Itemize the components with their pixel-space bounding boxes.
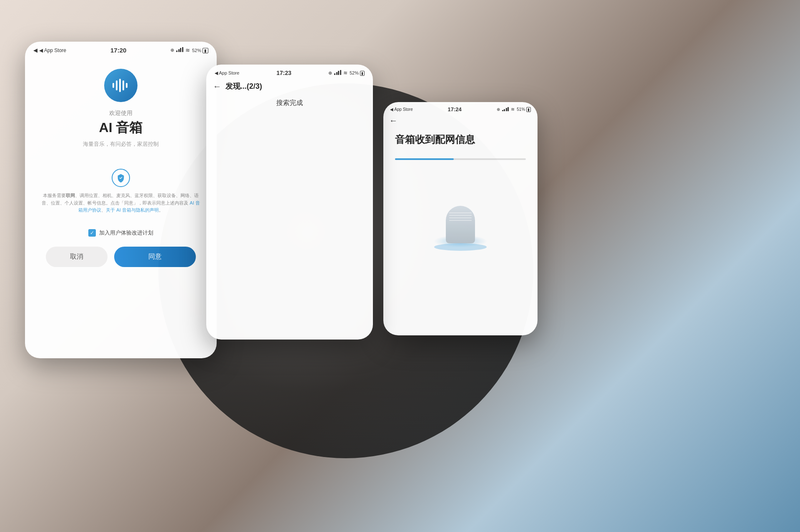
speaker-body-3 (446, 206, 475, 243)
svg-rect-1 (116, 80, 118, 90)
time-1: 17:20 (110, 47, 126, 54)
time-2: 17:23 (276, 70, 291, 76)
status-left-1: ◀ ◀ App Store (33, 47, 66, 53)
status-icons-1: ⊕ ≋ 52% ▮ (170, 47, 208, 53)
config-title: 音箱收到配网信息 (395, 133, 526, 146)
checkbox-label: 加入用户体验改进计划 (99, 229, 153, 237)
button-row: 取消 同意 (38, 247, 204, 267)
cancel-button[interactable]: 取消 (46, 247, 108, 267)
privacy-link[interactable]: 关于 AI 音箱与隐私的声明 (106, 207, 159, 212)
status-bar-1: ◀ ◀ App Store 17:20 ⊕ ≋ 52% ▮ (25, 42, 217, 56)
nav-bar-2: ← 发现...(2/3) (206, 79, 373, 95)
shield-icon (112, 169, 130, 187)
status-icons-2: ⊕ ≋ 52% ▮ (328, 70, 365, 76)
phone-screen-2: ◀ App Store 17:23 ⊕ ≋ 52% ▮ ← 发现...(2/3)… (206, 65, 373, 340)
phone-screen-3: ◀ App Store 17:24 ⊕ ≋ 51% ▮ ← 音箱收到配网信息 (383, 102, 538, 335)
status-bar-3: ◀ App Store 17:24 ⊕ ≋ 51% ▮ (383, 102, 538, 114)
speaker-illustration-3 (395, 177, 526, 243)
agree-button[interactable]: 同意 (114, 247, 196, 267)
phone3-content: 音箱收到配网信息 (383, 129, 538, 335)
welcome-text: 欢迎使用 (109, 110, 132, 117)
search-complete: 搜索完成 (206, 99, 373, 340)
progress-fill (395, 158, 454, 160)
battery-3: 51% ▮ (517, 107, 531, 112)
svg-rect-2 (119, 79, 121, 92)
progress-bar (395, 158, 526, 160)
battery-2: 52% ▮ (350, 70, 365, 75)
app-store-label-2: ◀ App Store (215, 70, 239, 76)
nav-bar-3: ← (383, 114, 538, 129)
svg-rect-3 (122, 80, 124, 90)
nav-title-2: 发现...(2/3) (225, 81, 262, 91)
status-icons-3: ⊕ ≋ 51% ▮ (497, 107, 531, 112)
app-store-label-3: ◀ App Store (390, 107, 413, 112)
signal-icon-3 (502, 107, 509, 112)
back-button-3[interactable]: ← (389, 116, 398, 125)
signal-icon-2 (334, 70, 341, 76)
privacy-section: 本服务需要联网、调用位置、相机、麦克风、蓝牙权限、获取设备、网络、语音、位置、个… (38, 169, 204, 214)
back-indicator-1: ◀ (33, 47, 38, 53)
battery-1: 52% ▮ (192, 48, 208, 53)
privacy-text: 本服务需要联网、调用位置、相机、麦克风、蓝牙权限、获取设备、网络、语音、位置、个… (38, 192, 204, 214)
clock-icon-3: ⊕ (497, 107, 500, 112)
app-store-label-1: ◀ App Store (39, 47, 66, 53)
svg-rect-4 (126, 83, 128, 88)
wifi-icon-2: ≋ (343, 70, 348, 76)
location-icon-1: ⊕ (170, 47, 174, 53)
checkbox[interactable] (88, 229, 96, 237)
app-icon (104, 69, 138, 102)
phone-screen-1: ◀ ◀ App Store 17:20 ⊕ ≋ 52% ▮ (25, 42, 217, 358)
wifi-icon-1: ≋ (185, 47, 190, 53)
wifi-icon-3: ≋ (511, 107, 515, 112)
app-subtitle: 海量音乐，有问必答，家居控制 (83, 140, 159, 148)
checkbox-row[interactable]: 加入用户体验改进计划 (88, 229, 153, 237)
back-button-2[interactable]: ← (213, 82, 221, 91)
phone1-content: 欢迎使用 AI 音箱 海量音乐，有问必答，家居控制 本服务需要联网、调用位置、相… (25, 56, 217, 267)
status-bar-2: ◀ App Store 17:23 ⊕ ≋ 52% ▮ (206, 65, 373, 79)
app-title: AI 音箱 (99, 119, 143, 137)
svg-rect-0 (112, 83, 114, 88)
signal-icon-1 (176, 47, 183, 53)
clock-icon-2: ⊕ (328, 70, 332, 76)
time-3: 17:24 (448, 106, 462, 112)
